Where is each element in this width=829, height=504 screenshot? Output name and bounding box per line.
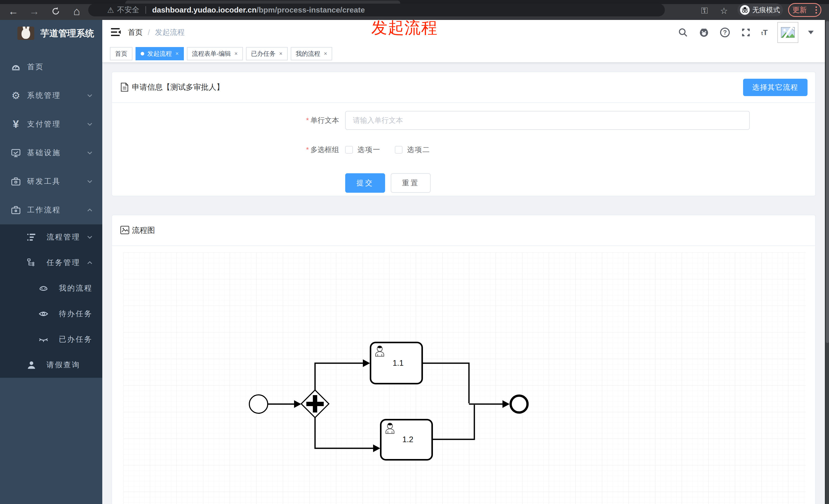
org-tree-icon bbox=[27, 258, 36, 268]
single-line-text-input[interactable] bbox=[345, 111, 750, 130]
choose-other-process-button[interactable]: 选择其它流程 bbox=[743, 79, 807, 96]
sidebar-item-label: 流程管理 bbox=[46, 232, 86, 242]
main-content: 申请信息【测试多审批人】 选择其它流程 *单行文本 *多选框组 选项一 选项二 bbox=[102, 63, 829, 504]
bpmn-canvas[interactable]: 1.1 1.2 bbox=[123, 253, 805, 504]
chevron-down-icon bbox=[86, 92, 93, 99]
avatar-dropdown-caret[interactable] bbox=[808, 31, 814, 34]
insecure-label: 不安全 bbox=[117, 5, 139, 15]
page-title-annotation: 发起流程 bbox=[371, 17, 438, 39]
sidebar-item-label: 工作流程 bbox=[27, 205, 86, 215]
font-size-icon[interactable]: tT bbox=[761, 28, 768, 37]
reset-button[interactable]: 重置 bbox=[391, 173, 431, 193]
breadcrumb: 首页 / 发起流程 bbox=[128, 20, 185, 45]
search-icon[interactable] bbox=[677, 27, 689, 38]
sidebar-item-task-mgmt[interactable]: 任务管理 bbox=[0, 250, 102, 275]
required-asterisk: * bbox=[306, 116, 309, 124]
page-scrollbar[interactable] bbox=[825, 20, 829, 504]
apply-info-card: 申请信息【测试多审批人】 选择其它流程 *单行文本 *多选框组 选项一 选项二 bbox=[111, 72, 816, 196]
bpmn-diagram: 1.1 1.2 bbox=[123, 253, 806, 504]
checkbox-icon[interactable] bbox=[345, 146, 353, 154]
sidebar-item-label: 待办任务 bbox=[59, 309, 93, 319]
sidebar-item-label: 任务管理 bbox=[46, 258, 86, 268]
tag-form-edit[interactable]: 流程表单-编辑 × bbox=[187, 47, 243, 60]
browser-home-button[interactable]: ⌂ bbox=[70, 4, 84, 18]
tag-done-tasks[interactable]: 已办任务 × bbox=[246, 47, 288, 60]
bookmark-star-icon[interactable]: ☆ bbox=[720, 6, 728, 16]
picture-icon bbox=[120, 226, 130, 235]
form-actions: 提交 重置 bbox=[112, 173, 815, 193]
address-bar[interactable]: ⚠ 不安全 dashboard.yudao.iocoder.cn/bpm/pro… bbox=[88, 4, 665, 16]
user-icon bbox=[27, 360, 36, 370]
browser-forward-button[interactable]: → bbox=[27, 4, 41, 18]
avatar[interactable] bbox=[777, 22, 798, 43]
tag-label: 已办任务 bbox=[251, 49, 276, 58]
document-icon bbox=[120, 83, 130, 92]
tag-close-icon[interactable]: × bbox=[324, 50, 327, 57]
sidebar-item-process-mgmt[interactable]: 流程管理 bbox=[0, 224, 102, 250]
bpmn-start-event[interactable] bbox=[249, 395, 268, 413]
breadcrumb-home[interactable]: 首页 bbox=[128, 27, 143, 38]
sidebar: 芋道管理系统 首页 ⚙ 系统管理 ¥ 支付管理 bbox=[0, 20, 102, 504]
tag-close-icon[interactable]: × bbox=[235, 50, 238, 57]
app-navbar: 首页 / 发起流程 ? tT bbox=[102, 20, 829, 45]
bpmn-parallel-gateway[interactable] bbox=[301, 390, 329, 418]
incognito-icon bbox=[740, 5, 750, 15]
sidebar-item-label: 基础设施 bbox=[27, 148, 86, 158]
tag-my-process[interactable]: 我的流程 × bbox=[291, 47, 332, 60]
tag-active-dot bbox=[141, 52, 144, 55]
checkbox-option-two[interactable]: 选项二 bbox=[395, 145, 430, 155]
sidebar-item-label: 已办任务 bbox=[59, 334, 93, 345]
field-label: *多选框组 bbox=[299, 145, 345, 155]
sidebar-item-workflow[interactable]: 工作流程 bbox=[0, 196, 102, 224]
browser-back-button[interactable]: ← bbox=[6, 4, 21, 18]
sidebar-item-system[interactable]: ⚙ 系统管理 bbox=[0, 81, 102, 110]
bpmn-user-task-2[interactable]: 1.2 bbox=[381, 420, 432, 460]
tag-close-icon[interactable]: × bbox=[175, 50, 179, 57]
tag-close-icon[interactable]: × bbox=[279, 50, 283, 57]
robot-icon bbox=[38, 283, 48, 294]
browser-chrome: ← → ⌂ ⚠ 不安全 dashboard.yudao.iocoder.cn/b… bbox=[0, 0, 829, 20]
sidebar-item-my-process[interactable]: 我的流程 bbox=[0, 275, 102, 301]
browser-update-button[interactable]: 更新 bbox=[788, 3, 821, 17]
tag-start-process[interactable]: 发起流程 × bbox=[136, 47, 184, 60]
tag-home[interactable]: 首页 bbox=[110, 47, 133, 60]
help-icon[interactable]: ? bbox=[719, 27, 730, 38]
tag-label: 我的流程 bbox=[296, 49, 320, 58]
incognito-badge: 无痕模式 bbox=[737, 4, 783, 16]
browser-menu-icon[interactable] bbox=[816, 6, 817, 13]
scrollbar-thumb[interactable] bbox=[826, 21, 829, 343]
tag-label: 发起流程 bbox=[147, 49, 172, 58]
sidebar-item-infrastructure[interactable]: 基础设施 bbox=[0, 139, 102, 167]
sidebar-item-home[interactable]: 首页 bbox=[0, 53, 102, 81]
reload-icon bbox=[51, 7, 60, 16]
password-key-icon[interactable]: ⚿ bbox=[701, 6, 708, 16]
tree-list-icon bbox=[27, 232, 36, 242]
sidebar-logo[interactable]: 芋道管理系统 bbox=[0, 20, 102, 46]
github-icon[interactable] bbox=[698, 27, 710, 38]
chevron-down-icon bbox=[86, 121, 93, 127]
submit-button[interactable]: 提交 bbox=[345, 173, 385, 193]
bpmn-user-task-1[interactable]: 1.1 bbox=[370, 343, 422, 384]
task-label: 1.1 bbox=[393, 358, 403, 367]
sidebar-item-leave-query[interactable]: 请假查询 bbox=[0, 352, 102, 378]
sidebar-item-label: 研发工具 bbox=[27, 176, 86, 187]
checkbox-icon[interactable] bbox=[395, 146, 402, 154]
sidebar-item-devtools[interactable]: 研发工具 bbox=[0, 167, 102, 196]
sidebar-item-label: 支付管理 bbox=[27, 119, 86, 129]
sidebar-item-todo-tasks[interactable]: 待办任务 bbox=[0, 301, 102, 326]
chevron-up-icon bbox=[86, 260, 93, 266]
breadcrumb-separator: / bbox=[148, 28, 150, 37]
sidebar-item-done-tasks[interactable]: 已办任务 bbox=[0, 326, 102, 352]
chevron-down-icon bbox=[86, 150, 93, 156]
card-title: 申请信息【测试多审批人】 bbox=[132, 82, 224, 92]
browser-reload-button[interactable] bbox=[48, 4, 63, 18]
fullscreen-icon[interactable] bbox=[740, 27, 752, 38]
bpmn-end-event[interactable] bbox=[511, 396, 528, 413]
sidebar-item-payment[interactable]: ¥ 支付管理 bbox=[0, 110, 102, 139]
card-title: 流程图 bbox=[132, 225, 155, 236]
address-divider bbox=[145, 6, 146, 14]
field-label: *单行文本 bbox=[299, 116, 345, 125]
sidebar-collapse-icon[interactable] bbox=[110, 27, 122, 38]
sidebar-item-label: 系统管理 bbox=[27, 90, 86, 101]
checkbox-option-one[interactable]: 选项一 bbox=[345, 145, 381, 155]
